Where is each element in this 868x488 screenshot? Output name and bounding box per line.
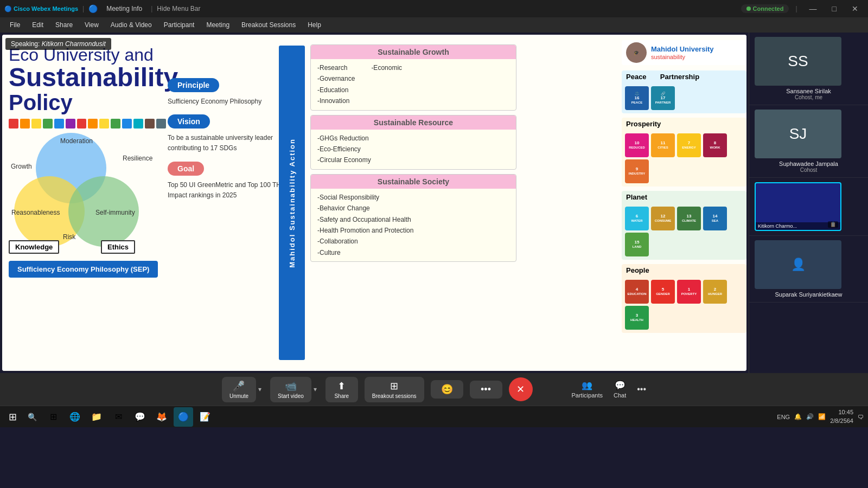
growth-header: Sustainable Growth xyxy=(311,45,516,59)
menu-audio-video[interactable]: Audio & Video xyxy=(105,20,157,30)
video-group: 📹 Start video ▾ xyxy=(270,377,319,402)
mahidol-header: 🎓 Mahidol University sustainability xyxy=(622,40,746,65)
menu-breakout[interactable]: Breakout Sessions xyxy=(236,20,301,30)
people-icons: 4EDUCATION 5GENDER 1POVERTY 2HUNGER 3HEA xyxy=(622,277,746,333)
sdg-4: 4EDUCATION xyxy=(625,280,649,304)
video-dropdown[interactable]: ▾ xyxy=(311,386,319,393)
menu-share[interactable]: Share xyxy=(50,20,78,30)
participants-label: Participants xyxy=(572,392,603,399)
menu-help[interactable]: Help xyxy=(302,20,327,30)
taskbar-notification-bar: 🗨 xyxy=(858,414,864,420)
goal-badge: Goal xyxy=(168,162,204,176)
prosperity-icons: 10REDUCED 11CITIES 7ENERGY 8WORK 9INDUST xyxy=(622,130,746,187)
taskbar-network-icon: 📶 xyxy=(818,413,826,420)
growth-item-4: -Education xyxy=(317,85,355,95)
society-item-3: -Safety and Occupational Health xyxy=(317,214,509,225)
taskbar-lang: ENG xyxy=(777,414,790,420)
ethics-box: Ethics xyxy=(101,240,135,254)
sdg-3: 3HEALTH xyxy=(625,306,649,330)
sdg-15: 15LAND xyxy=(625,233,649,256)
participant-kitikorn: 📋 Kitikorn Charmo... xyxy=(749,178,868,236)
moderation-label: Moderation xyxy=(60,137,93,145)
presentation-area: Speaking: Kitikorn Charmondusit Eco Univ… xyxy=(2,35,746,371)
chat-button[interactable]: 💬 Chat xyxy=(614,380,626,399)
reactions-button[interactable]: 😊 xyxy=(431,380,463,399)
growth-item-2: -Economic xyxy=(371,62,402,73)
menu-bar: File Edit Share View Audio & Video Parti… xyxy=(0,17,868,33)
speaking-badge: Speaking: Kitikorn Charmondusit xyxy=(5,38,111,50)
sdg-13: 13CLIMATE xyxy=(677,207,701,230)
participant-sansanee-video: SS xyxy=(755,37,841,86)
chat-icon: 💬 xyxy=(615,380,626,390)
menu-meeting[interactable]: Meeting xyxy=(201,20,235,30)
taskbar-app-line[interactable]: 💬 xyxy=(130,407,150,427)
unmute-label: Unmute xyxy=(229,393,248,399)
sdg-5: 5GENDER xyxy=(651,280,675,304)
share-icon: ⬆ xyxy=(337,380,346,392)
end-call-button[interactable]: ✕ xyxy=(509,377,533,401)
participant-kitikorn-video: 📋 Kitikorn Charmo... xyxy=(755,182,841,231)
minimize-btn[interactable]: — xyxy=(804,4,822,13)
resource-item-2: -Eco-Efficiency xyxy=(317,144,509,155)
menu-edit[interactable]: Edit xyxy=(27,20,49,30)
close-btn[interactable]: ✕ xyxy=(846,4,864,13)
taskbar-clock: 10:45 2/8/2564 xyxy=(830,408,853,425)
taskbar: ⊞ 🔍 ⊞ 🌐 📁 ✉ 💬 🦊 🔵 📝 ENG 🔔 🔊 📶 10:45 2/8/… xyxy=(0,406,868,427)
participant-suparak-name: Suparak Suriyankietkaew xyxy=(755,291,863,298)
menu-participant[interactable]: Participant xyxy=(158,20,200,30)
participant-suparak: 👤 Suparak Suriyankietkaew xyxy=(749,236,868,303)
taskbar-app-files[interactable]: 📁 xyxy=(87,407,106,427)
unmute-group: 🎤 Unmute ▾ xyxy=(222,377,264,402)
taskbar-app-webex[interactable]: 🔵 xyxy=(174,407,193,427)
people-title: People xyxy=(622,264,746,277)
meeting-info-button[interactable]: Meeting Info xyxy=(102,4,146,14)
society-item-5: -Collaboration xyxy=(317,236,509,247)
more2-button[interactable]: ••• xyxy=(637,384,646,394)
title-bar: 🔵 Cisco Webex Meetings | 🔵 Meeting Info … xyxy=(0,0,868,17)
prosperity-title: Prosperity xyxy=(622,118,746,130)
more-button[interactable]: ••• xyxy=(470,381,502,399)
end-icon: ✕ xyxy=(516,383,525,395)
venn-diagram: Moderation Reasonableness Self-immunity … xyxy=(9,133,150,252)
start-button[interactable]: ⊞ xyxy=(4,411,21,423)
unmute-button[interactable]: 🎤 Unmute xyxy=(222,377,256,402)
resource-item-3: -Circular Economy xyxy=(317,155,509,165)
share-label: Share xyxy=(334,393,349,399)
knowledge-box: Knowledge xyxy=(9,240,59,254)
taskbar-app-taskview[interactable]: ⊞ xyxy=(43,407,63,427)
participant-suphawadee: SJ Suphawadee Jampala Cohost xyxy=(749,105,868,178)
taskbar-date-value: 2/8/2564 xyxy=(830,417,853,425)
participants-button[interactable]: 👥 Participants xyxy=(572,380,603,399)
taskbar-app-chrome[interactable]: 🦊 xyxy=(152,407,171,427)
sdg-people: People 4EDUCATION 5GENDER 1POVERTY 2HUNG… xyxy=(622,264,746,333)
taskbar-app-mail[interactable]: ✉ xyxy=(108,407,128,427)
hide-menu-button[interactable]: Hide Menu Bar xyxy=(157,5,200,12)
mahidol-logo: 🎓 xyxy=(626,42,647,63)
menu-file[interactable]: File xyxy=(4,20,25,30)
eco-title-2: Sustainability xyxy=(9,65,166,91)
reasonableness-label: Reasonableness xyxy=(11,209,60,216)
taskbar-app-word[interactable]: 📝 xyxy=(195,407,215,427)
taskbar-app-edge[interactable]: 🌐 xyxy=(65,407,85,427)
start-video-button[interactable]: 📹 Start video xyxy=(270,377,311,402)
sdg-17: 🔗17PARTNER xyxy=(651,86,675,110)
society-item-1: -Social Responsibility xyxy=(317,192,509,203)
unmute-dropdown[interactable]: ▾ xyxy=(256,386,264,393)
taskbar-time-value: 10:45 xyxy=(830,408,853,416)
sdg-9: 9INDUSTRY xyxy=(625,159,649,183)
sdg-16: ⚖️16PEACE xyxy=(625,86,649,110)
color-bar xyxy=(9,119,166,129)
breakout-button[interactable]: ⊞ Breakout sessions xyxy=(365,377,424,402)
share-button[interactable]: ⬆ Share xyxy=(326,377,358,402)
main-area: Speaking: Kitikorn Charmondusit Eco Univ… xyxy=(0,33,868,373)
sdg-8: 8WORK xyxy=(703,133,727,157)
society-item-6: -Culture xyxy=(317,247,509,258)
vertical-text: Mahidol Sustainability Action xyxy=(288,138,296,268)
menu-view[interactable]: View xyxy=(79,20,104,30)
sdg-10: 10REDUCED xyxy=(625,133,649,157)
search-button[interactable]: 🔍 xyxy=(23,413,41,421)
society-header: Sustainable Society xyxy=(311,175,516,189)
mahidol-name: Mahidol University xyxy=(651,45,714,54)
unmute-icon: 🎤 xyxy=(233,380,245,392)
maximize-btn[interactable]: □ xyxy=(827,4,842,13)
